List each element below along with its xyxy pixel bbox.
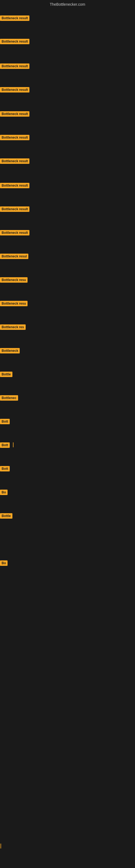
result-row: Bottleneck result [0, 87, 30, 94]
bottleneck-badge-24: Bo [0, 560, 8, 566]
result-row: Bo [0, 560, 8, 567]
result-row: Bottleneck result [0, 207, 30, 213]
result-row: Bottleneck result [0, 135, 30, 141]
bottleneck-badge-17: Bottlenec [0, 395, 18, 401]
result-row: Bottleneck res [0, 324, 26, 331]
bottleneck-badge-14: Bottleneck res [0, 324, 26, 330]
bottleneck-badge-11: Bottleneck resul [0, 254, 28, 259]
result-row: Bottleneck [0, 348, 20, 354]
bottleneck-badge-2: Bottleneck result [0, 39, 30, 44]
result-row: Bottleneck resul [0, 254, 28, 260]
bottleneck-badge-15: Bottleneck [0, 348, 20, 353]
bottleneck-badge-5: Bottleneck result [0, 111, 30, 117]
bottleneck-badge-21: Bo [0, 490, 8, 495]
bottleneck-badge-18: Bott [0, 419, 10, 424]
result-row: Bottleneck result [0, 158, 30, 165]
result-row: Bottleneck resu [0, 301, 28, 307]
result-row: Bottleneck result [0, 39, 30, 45]
result-row: Bottleneck result [0, 16, 30, 22]
bottleneck-badge-1: Bottleneck result [0, 16, 30, 21]
result-row: Bottleneck result [0, 183, 30, 189]
site-title: TheBottlenecker.com [0, 0, 135, 8]
bottleneck-badge-13: Bottleneck resu [0, 301, 28, 306]
result-row: Bott [0, 442, 10, 449]
bottleneck-badge-12: Bottleneck resu [0, 277, 28, 283]
result-row: Bottleneck result [0, 230, 30, 237]
result-row: Bottle [0, 513, 12, 520]
result-row: Bottleneck result [0, 63, 30, 70]
result-row: Bottle [0, 372, 12, 378]
bottleneck-badge-9: Bottleneck result [0, 207, 30, 212]
result-row: Bott [0, 419, 10, 425]
result-row: Bottlenec [0, 395, 18, 402]
cursor-indicator [13, 442, 13, 447]
bottleneck-badge-6: Bottleneck result [0, 135, 30, 140]
bottleneck-badge-4: Bottleneck result [0, 87, 30, 93]
cursor-indicator [1, 844, 1, 848]
bottleneck-badge-10: Bottleneck result [0, 230, 30, 236]
bottleneck-badge-7: Bottleneck result [0, 158, 30, 164]
bottleneck-badge-19: Bott [0, 442, 10, 448]
result-row: Bottleneck result [0, 111, 30, 118]
bottleneck-badge-20: Bott [0, 466, 10, 471]
bottleneck-badge-22: Bottle [0, 513, 12, 519]
bottleneck-badge-16: Bottle [0, 372, 12, 377]
result-row: Bott [0, 466, 10, 472]
bottleneck-badge-3: Bottleneck result [0, 63, 30, 69]
bottleneck-badge-8: Bottleneck result [0, 183, 30, 188]
result-row: Bottleneck resu [0, 277, 28, 284]
result-row: Bo [0, 490, 8, 496]
